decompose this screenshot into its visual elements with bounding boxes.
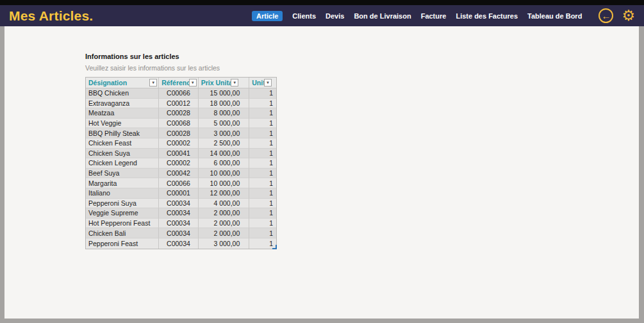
table-cell[interactable]: Chicken Legend (86, 158, 159, 169)
nav-item-article[interactable]: Article (252, 11, 283, 21)
filter-dropdown-button[interactable]: ▼ (149, 79, 157, 87)
table-cell[interactable]: Hot Pepperoni Feast (86, 219, 159, 229)
table-row[interactable]: ExtravaganzaC0001218 000,001 (86, 99, 276, 109)
table-cell[interactable]: C00028 (159, 108, 199, 119)
nav-item-bon-de-livraison[interactable]: Bon de Livraison (354, 12, 411, 20)
section-subheading: Veuillez saisir les informations sur les… (85, 64, 277, 72)
table-cell[interactable]: Veggie Supreme (86, 208, 159, 219)
table-cell[interactable]: 3 000,00 (199, 238, 250, 249)
nav-item-tableau-de-bord[interactable]: Tableau de Bord (527, 12, 582, 20)
table-cell[interactable]: BBQ Chicken (86, 88, 159, 99)
table-cell[interactable]: 10 000,00 (199, 178, 250, 188)
table-row[interactable]: Chicken BaliC000342 000,001 (86, 228, 276, 238)
table-cell[interactable]: 2 000,00 (199, 228, 250, 238)
table-body: BBQ ChickenC0006615 000,001ExtravaganzaC… (86, 88, 276, 249)
table-cell[interactable]: Chicken Feast (86, 138, 159, 149)
table-row[interactable]: MargaritaC0006610 000,001 (86, 178, 276, 188)
table-cell[interactable]: C00041 (159, 149, 199, 159)
table-cell[interactable]: 1 (249, 208, 276, 219)
table-cell[interactable]: 2 500,00 (199, 138, 250, 149)
table-cell[interactable]: 2 000,00 (199, 219, 250, 229)
table-cell[interactable]: 1 (249, 199, 276, 209)
table-cell[interactable]: 1 (249, 178, 276, 188)
table-cell[interactable]: Chicken Bali (86, 228, 159, 238)
table-cell[interactable]: Italiano (86, 188, 159, 199)
table-cell[interactable]: 3 000,00 (199, 128, 250, 138)
table-cell[interactable]: 6 000,00 (199, 158, 250, 169)
gear-icon[interactable]: ⚙ (622, 8, 635, 23)
table-row[interactable]: Beef SuyaC0004210 000,001 (86, 169, 276, 179)
table-cell[interactable]: 1 (249, 219, 276, 229)
table-cell[interactable]: C00068 (159, 119, 199, 129)
table-cell[interactable]: Beef Suya (86, 169, 159, 179)
table-cell[interactable]: 15 000,00 (199, 88, 250, 99)
table-cell[interactable]: C00034 (159, 219, 199, 229)
table-cell[interactable]: 1 (249, 228, 276, 238)
back-arrow-icon[interactable]: ← (599, 8, 613, 23)
table-cell[interactable]: Hot Veggie (86, 119, 159, 129)
table-cell[interactable]: 18 000,00 (199, 99, 250, 109)
table-cell[interactable]: C00002 (159, 138, 199, 149)
table-cell[interactable]: 1 (249, 158, 276, 169)
column-header-label: Désignation (88, 79, 149, 87)
table-row[interactable]: MeatzaaC000288 000,001 (86, 108, 276, 119)
table-cell[interactable]: C00028 (159, 128, 199, 138)
nav-item-devis[interactable]: Devis (326, 12, 344, 20)
window-top-strip (0, 0, 644, 5)
table-cell[interactable]: 1 (249, 138, 276, 149)
table-cell[interactable]: 1 (249, 169, 276, 179)
table-row[interactable]: Pepperoni FeastC000343 000,001 (86, 238, 276, 249)
table-cell[interactable]: 8 000,00 (199, 108, 250, 119)
table-cell[interactable]: 1 (249, 128, 276, 138)
table-resize-handle[interactable] (272, 245, 277, 249)
table-cell[interactable]: Chicken Suya (86, 149, 159, 159)
table-row[interactable]: Hot VeggieC000685 000,001 (86, 119, 276, 129)
table-cell[interactable]: 10 000,00 (199, 169, 250, 179)
table-row[interactable]: Chicken FeastC000022 500,001 (86, 138, 276, 149)
table-cell[interactable]: C00002 (159, 158, 199, 169)
table-cell[interactable]: C00001 (159, 188, 199, 199)
filter-dropdown-button[interactable]: ▼ (231, 79, 238, 87)
table-cell[interactable]: 5 000,00 (199, 119, 250, 129)
table-cell[interactable]: 1 (249, 108, 276, 119)
table-row[interactable]: BBQ ChickenC0006615 000,001 (86, 88, 276, 99)
table-row[interactable]: Chicken LegendC000026 000,001 (86, 158, 276, 169)
table-row[interactable]: Veggie SupremeC000342 000,001 (86, 208, 276, 219)
articles-table: Désignation▼Référence▼Prix Unitaire▼Unit… (85, 77, 277, 249)
table-cell[interactable]: C00034 (159, 199, 199, 209)
table-cell[interactable]: C00012 (159, 99, 199, 109)
table-cell[interactable]: BBQ Philly Steak (86, 128, 159, 138)
table-cell[interactable]: 1 (249, 149, 276, 159)
table-row[interactable]: ItalianoC0000112 000,001 (86, 188, 276, 199)
table-cell[interactable]: C00034 (159, 208, 199, 219)
table-cell[interactable]: Margarita (86, 178, 159, 188)
table-cell[interactable]: 1 (249, 119, 276, 129)
table-cell[interactable]: Pepperoni Feast (86, 238, 159, 249)
table-cell[interactable]: 1 (249, 88, 276, 99)
table-cell[interactable]: 14 000,00 (199, 149, 250, 159)
table-cell[interactable]: Pepperoni Suya (86, 199, 159, 209)
table-cell[interactable]: 1 (249, 188, 276, 199)
column-header-unite: Unité▼ (249, 78, 276, 88)
table-row[interactable]: Hot Pepperoni FeastC000342 000,001 (86, 219, 276, 229)
filter-dropdown-button[interactable]: ▼ (189, 79, 197, 87)
nav-item-liste-des-factures[interactable]: Liste des Factures (456, 12, 518, 20)
table-row[interactable]: BBQ Philly SteakC000283 000,001 (86, 128, 276, 138)
table-cell[interactable]: 2 000,00 (199, 208, 250, 219)
table-cell[interactable]: 4 000,00 (199, 199, 250, 209)
table-cell[interactable]: 12 000,00 (199, 188, 250, 199)
nav-item-facture[interactable]: Facture (421, 12, 447, 20)
table-cell[interactable]: C00034 (159, 238, 199, 249)
table-cell[interactable]: C00066 (159, 178, 199, 188)
table-cell[interactable]: 1 (249, 99, 276, 109)
nav-item-clients[interactable]: Clients (292, 12, 316, 20)
table-cell[interactable]: C00034 (159, 228, 199, 238)
table-cell[interactable]: C00042 (159, 169, 199, 179)
filter-dropdown-button[interactable]: ▼ (264, 79, 272, 87)
table-cell[interactable]: C00066 (159, 88, 199, 99)
table-row[interactable]: Chicken SuyaC0004114 000,001 (86, 149, 276, 159)
table-cell[interactable]: Extravaganza (86, 99, 159, 109)
app-window: Mes Articles. ArticleClientsDevisBon de … (0, 0, 644, 323)
table-cell[interactable]: Meatzaa (86, 108, 159, 119)
table-row[interactable]: Pepperoni SuyaC000344 000,001 (86, 199, 276, 209)
